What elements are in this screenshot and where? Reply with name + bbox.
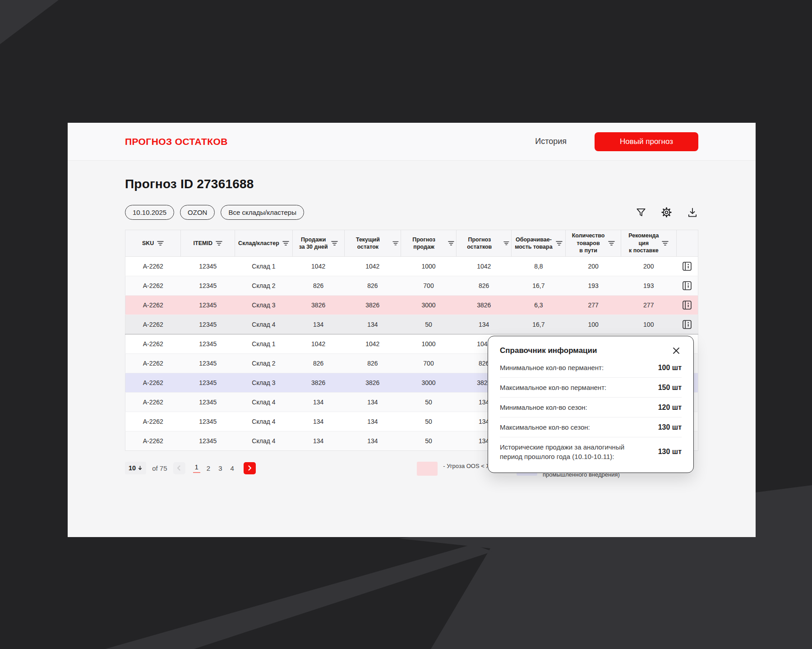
table-row: A-226212345Склад 41341345013416,7100100: [125, 315, 698, 334]
table-cell: A-2262: [125, 412, 181, 431]
table-cell: 16,7: [512, 276, 566, 296]
table-cell: 826: [344, 354, 401, 373]
table-cell: Склад 4: [235, 431, 292, 451]
info-row-label: Исторические продажи за аналогичный пери…: [500, 442, 635, 461]
page-number[interactable]: 2: [205, 464, 212, 472]
brand-logo: ПРОГНОЗ ОСТАТКОВ: [125, 136, 228, 147]
table-cell: A-2262: [125, 373, 181, 393]
table-cell: 193: [566, 276, 621, 296]
table-header-row: SKUITEMIDСклад/кластерПродажиза 30 днейТ…: [125, 230, 698, 257]
page-number[interactable]: 3: [217, 464, 224, 472]
filter-lines-icon: [157, 241, 164, 246]
table-cell: 12345: [181, 373, 235, 393]
table-cell: 193: [621, 276, 676, 296]
info-row-label: Максимальное кол-во перманент:: [500, 383, 606, 392]
page-number[interactable]: 1: [193, 463, 200, 473]
next-page-button[interactable]: [244, 462, 256, 474]
row-info-button[interactable]: [682, 319, 692, 330]
table-cell: Склад 4: [235, 412, 292, 431]
table-cell: 1000: [401, 334, 456, 354]
chevron-left-icon: [176, 465, 182, 471]
filter-lines-icon: [392, 241, 399, 246]
table-cell: 12345: [181, 393, 235, 412]
row-info-button[interactable]: [682, 261, 692, 272]
table-cell: 134: [292, 315, 344, 334]
table-cell: A-2262: [125, 354, 181, 373]
info-row: Исторические продажи за аналогичный пери…: [500, 437, 682, 466]
info-row-label: Максимальное кол-во сезон:: [500, 422, 590, 432]
info-row-value: 130 шт: [658, 423, 682, 431]
row-info-button[interactable]: [682, 300, 692, 311]
column-header[interactable]: Прогноз продаж: [401, 230, 456, 257]
table-cell: A-2262: [125, 334, 181, 354]
new-forecast-button[interactable]: Новый прогноз: [595, 132, 698, 151]
filter-chips: 10.10.2025OZONВсе склады/кластеры: [125, 205, 304, 220]
filter-chip[interactable]: Все склады/кластеры: [221, 205, 304, 220]
table-cell: 277: [566, 296, 621, 315]
table-cell: 826: [292, 276, 344, 296]
info-modal: Справочник информации Минимальное кол-во…: [488, 336, 694, 473]
row-info-button[interactable]: [682, 280, 692, 291]
table-cell: 12345: [181, 431, 235, 451]
column-header-label: мость товара: [515, 243, 552, 251]
table-cell: 50: [401, 412, 456, 431]
column-header[interactable]: SKU: [125, 230, 181, 257]
table-cell: 100: [566, 315, 621, 334]
page-size-select[interactable]: 10: [125, 462, 146, 474]
table-cell: Склад 4: [235, 315, 292, 334]
column-header[interactable]: Рекомендацияк поставке: [621, 230, 676, 257]
table-cell: A-2262: [125, 315, 181, 334]
table-cell: 1042: [457, 257, 512, 276]
column-header[interactable]: Продажиза 30 дней: [292, 230, 344, 257]
filter-chip[interactable]: 10.10.2025: [125, 205, 174, 220]
table-cell: 826: [292, 354, 344, 373]
table-cell: Склад 3: [235, 296, 292, 315]
info-row-label: Минимальное кол-во сезон:: [500, 403, 587, 412]
table-row: A-226212345Склад 338263826300038266,3277…: [125, 296, 698, 315]
prev-page-button[interactable]: [173, 462, 185, 474]
table-row: A-226212345Склад 110421042100010428,8200…: [125, 257, 698, 276]
filters-row: 10.10.2025OZONВсе склады/кластеры: [125, 205, 698, 220]
column-header[interactable]: Склад/кластер: [235, 230, 292, 257]
table-cell: 134: [344, 315, 401, 334]
table-cell: 200: [566, 257, 621, 276]
filter-lines-icon: [503, 241, 509, 246]
table-row: A-226212345Склад 282682670082616,7193193: [125, 276, 698, 296]
table-cell: 3826: [457, 296, 512, 315]
table-cell: 3826: [292, 373, 344, 393]
info-row-value: 120 шт: [658, 403, 682, 412]
funnel-icon: [635, 207, 647, 218]
legend-swatch: [417, 462, 438, 476]
table-cell: 12345: [181, 412, 235, 431]
close-modal-button[interactable]: [671, 345, 682, 356]
download-button[interactable]: [686, 206, 698, 218]
column-header[interactable]: Количествотоваровв пути: [566, 230, 621, 257]
filter-chip[interactable]: OZON: [180, 205, 215, 220]
column-header[interactable]: Оборачивае-мость товара: [512, 230, 566, 257]
column-header-label: товаров: [572, 240, 605, 247]
table-cell: Склад 1: [235, 257, 292, 276]
table-cell: 3826: [344, 373, 401, 393]
table-cell: 826: [457, 276, 512, 296]
history-link[interactable]: История: [532, 136, 569, 147]
settings-button[interactable]: [660, 206, 673, 218]
chevron-right-icon: [246, 465, 253, 471]
download-icon: [687, 207, 698, 218]
filter-button[interactable]: [635, 206, 647, 218]
table-cell: 1000: [401, 257, 456, 276]
column-header[interactable]: Прогноз остатков: [457, 230, 512, 257]
column-header-actions: [676, 230, 698, 257]
info-row: Максимальное кол-во перманент:150 шт: [500, 377, 682, 397]
page-number[interactable]: 4: [229, 464, 236, 472]
filter-lines-icon: [608, 241, 615, 246]
column-header[interactable]: Текущий остаток: [344, 230, 401, 257]
pagination: 10 of 75 1234: [125, 462, 256, 474]
table-cell: 134: [344, 431, 401, 451]
table-cell: Склад 3: [235, 373, 292, 393]
column-header[interactable]: ITEMID: [181, 230, 235, 257]
column-header-label: Текущий остаток: [346, 236, 389, 251]
filter-lines-icon: [216, 241, 222, 246]
table-cell: 16,7: [512, 315, 566, 334]
table-cell: 100: [621, 315, 676, 334]
table-cell: Склад 2: [235, 354, 292, 373]
